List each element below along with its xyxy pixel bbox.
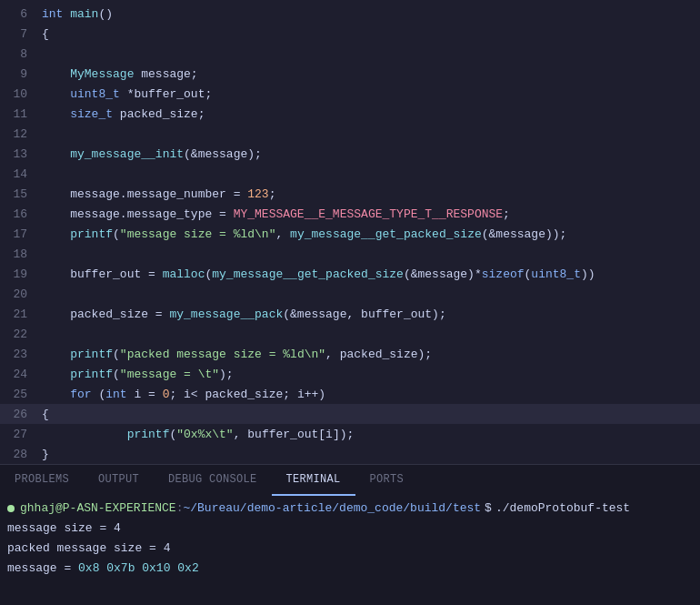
code-line: 28} [0,444,700,464]
line-number: 27 [0,428,38,441]
line-content: printf("message = \t"); [38,368,700,381]
line-number: 16 [0,207,38,221]
terminal-output-row: packed message size = 4 [7,539,693,559]
line-content: MyMessage message; [38,67,700,81]
line-content: uint8_t *buffer_out; [38,87,700,101]
line-number: 25 [0,388,38,401]
code-lines: 6int main()7{89 MyMessage message;10 uin… [0,0,700,464]
code-line: 17 printf("message size = %ld\n", my_mes… [0,224,700,244]
prompt-host: P-ASN-EXPERIENCE [63,501,176,515]
code-line: 19 buffer_out = malloc(my_message__get_p… [0,264,700,284]
code-line: 9 MyMessage message; [0,64,700,84]
code-line: 16 message.message_type = MY_MESSAGE__E_… [0,204,700,224]
code-line: 8 [0,44,700,64]
code-line: 25 for (int i = 0; i< packed_size; i++) [0,384,700,404]
code-line: 23 printf("packed message size = %ld\n",… [0,344,700,364]
code-line: 22 [0,324,700,344]
prompt-dot [7,505,15,512]
line-number: 24 [0,368,38,381]
code-line: 26{ [0,404,700,424]
panel-tab-output[interactable]: OUTPUT [84,465,154,496]
line-content: message.message_number = 123; [38,187,700,201]
code-line: 12 [0,124,700,144]
line-number: 20 [0,287,38,301]
line-content: { [38,408,700,421]
prompt-dollar: $ [485,501,492,515]
panel-tab-ports[interactable]: PORTS [355,465,419,496]
panel-tabs: PROBLEMSOUTPUTDEBUG CONSOLETERMINALPORTS [0,464,700,496]
line-content: for (int i = 0; i< packed_size; i++) [38,388,700,401]
line-content: packed_size = my_message__pack(&message,… [38,308,700,321]
line-content: } [38,448,700,461]
line-number: 17 [0,227,38,241]
line-number: 13 [0,147,38,161]
line-content: printf("0x%x\t", buffer_out[i]); [38,428,700,441]
line-content: message.message_type = MY_MESSAGE__E_MES… [38,207,700,221]
code-line: 13 my_message__init(&message); [0,144,700,164]
terminal-output-row: message = 0x8 0x7b 0x10 0x2 [7,559,693,579]
line-content: int main() [38,7,700,21]
line-number: 8 [0,47,38,61]
code-editor: 6int main()7{89 MyMessage message;10 uin… [0,0,700,464]
line-content: size_t packed_size; [38,107,700,121]
line-number: 21 [0,308,38,321]
line-number: 10 [0,87,38,101]
terminal-area: ghhaj@ P-ASN-EXPERIENCE : ~/Bureau/demo-… [0,496,700,605]
line-number: 26 [0,408,38,421]
terminal-output: message size = 4packed message size = 4m… [7,519,693,579]
panel-tab-problems[interactable]: PROBLEMS [0,465,84,496]
terminal-output-row: message size = 4 [7,519,693,539]
line-number: 6 [0,7,38,21]
line-number: 22 [0,328,38,341]
code-line: 10 uint8_t *buffer_out; [0,84,700,104]
line-number: 14 [0,167,38,181]
line-number: 15 [0,187,38,201]
line-number: 18 [0,247,38,261]
code-line: 20 [0,284,700,304]
prompt-path: ~/Bureau/demo-article/demo_code/build/te… [183,501,481,515]
prompt-cmd: ./demoProtobuf-test [495,501,630,515]
code-line: 7{ [0,24,700,44]
panel-tab-terminal[interactable]: TERMINAL [272,465,355,496]
code-line: 24 printf("message = \t"); [0,364,700,384]
prompt-user: ghhaj@ [20,501,63,515]
line-number: 28 [0,448,38,461]
code-line: 27 printf("0x%x\t", buffer_out[i]); [0,424,700,444]
line-content: buffer_out = malloc(my_message__get_pack… [38,267,700,281]
code-line: 21 packed_size = my_message__pack(&messa… [0,304,700,324]
line-content: printf("packed message size = %ld\n", pa… [38,348,700,361]
line-number: 12 [0,127,38,141]
line-number: 11 [0,107,38,121]
line-content: { [38,27,700,41]
line-number: 19 [0,267,38,281]
panel-tab-debug-console[interactable]: DEBUG CONSOLE [154,465,272,496]
line-number: 9 [0,67,38,81]
code-line: 14 [0,164,700,184]
line-content: printf("message size = %ld\n", my_messag… [38,227,700,241]
code-line: 6int main() [0,4,700,24]
code-line: 15 message.message_number = 123; [0,184,700,204]
code-line: 18 [0,244,700,264]
line-number: 23 [0,348,38,361]
terminal-prompt: ghhaj@ P-ASN-EXPERIENCE : ~/Bureau/demo-… [7,501,693,515]
line-content: my_message__init(&message); [38,147,700,161]
line-number: 7 [0,27,38,41]
code-line: 11 size_t packed_size; [0,104,700,124]
